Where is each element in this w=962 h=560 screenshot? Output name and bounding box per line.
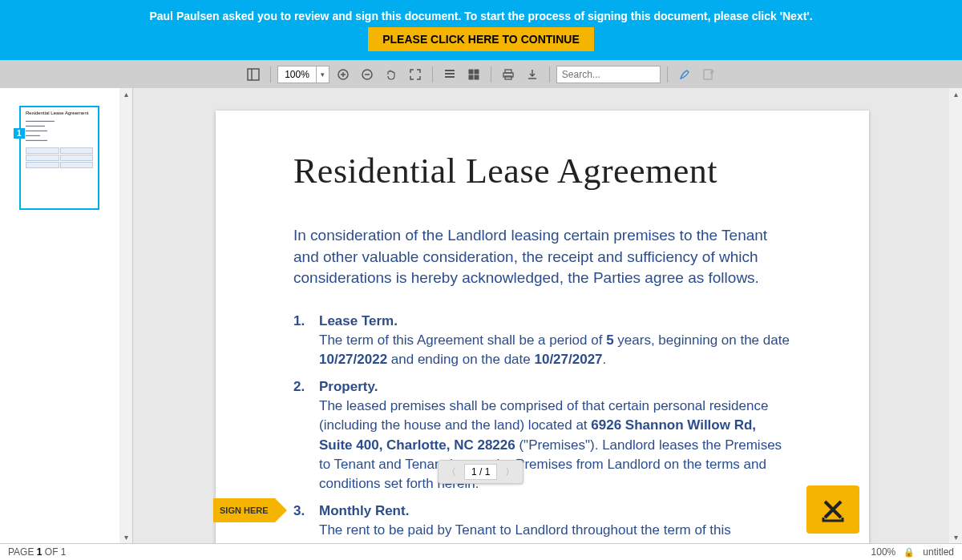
thumbnail-pane: Residential Lease Agreement ━━━━━━━━━━━━… <box>0 88 133 543</box>
status-right: 100% 🔒 untitled <box>871 546 954 558</box>
thumbnail-page-number: 1 <box>14 128 25 139</box>
clause-monthly-rent: Monthly Rent. The rent to be paid by Ten… <box>293 502 791 543</box>
svg-rect-0 <box>248 69 259 80</box>
sign-pen-icon[interactable] <box>674 64 695 85</box>
fit-width-icon[interactable] <box>439 64 460 85</box>
thumbnail-preview: Residential Lease Agreement ━━━━━━━━━━━━… <box>21 107 98 171</box>
page-navigator: 〈 1 / 1 〉 <box>438 460 523 484</box>
prev-page-button[interactable]: 〈 <box>443 464 459 480</box>
page-status: PAGE 1 OF 1 <box>8 546 67 558</box>
clause-body: The leased premises shall be comprised o… <box>319 398 782 491</box>
clause-property: Property. The leased premises shall be c… <box>293 377 791 494</box>
separator <box>432 66 433 83</box>
sign-here-tag[interactable]: SIGN HERE <box>213 498 275 522</box>
svg-rect-13 <box>475 75 479 79</box>
toggle-sidebar-icon[interactable] <box>243 64 264 85</box>
chevron-down-icon[interactable]: ▾ <box>316 66 329 83</box>
scroll-down-icon[interactable]: ▾ <box>123 531 130 543</box>
thumbnail-scrollbar[interactable]: ▴ ▾ <box>119 88 132 543</box>
zoom-out-icon[interactable] <box>357 64 378 85</box>
next-page-button[interactable]: 〉 <box>502 464 518 480</box>
review-sign-banner: Paul Paulsen asked you to review and sig… <box>0 0 962 60</box>
separator <box>491 66 491 83</box>
clause-lease-term: Lease Term. The term of this Agreement s… <box>293 312 791 369</box>
status-zoom: 100% <box>871 546 896 558</box>
grid-view-icon[interactable] <box>463 64 484 85</box>
clause-body: The rent to be paid by Tenant to Landlor… <box>319 522 752 543</box>
svg-rect-11 <box>475 70 479 74</box>
zoom-select[interactable]: 100% ▾ <box>277 66 329 83</box>
svg-rect-10 <box>469 70 473 74</box>
edit-note-icon[interactable] <box>698 64 719 85</box>
scroll-down-icon[interactable]: ▾ <box>952 531 960 543</box>
download-icon[interactable] <box>522 64 543 85</box>
print-icon[interactable] <box>498 64 519 85</box>
zoom-value: 100% <box>278 69 316 80</box>
document-scrollbar[interactable]: ▴ ▾ <box>949 88 962 543</box>
status-bar: PAGE 1 OF 1 100% 🔒 untitled <box>0 543 962 560</box>
separator <box>270 66 271 83</box>
scroll-up-icon[interactable]: ▴ <box>123 88 130 100</box>
scroll-up-icon[interactable]: ▴ <box>952 88 960 100</box>
continue-button[interactable]: PLEASE CLICK HERE TO CONTINUE <box>368 27 594 51</box>
viewer-toolbar: 100% ▾ <box>0 60 962 88</box>
sign-drop-box[interactable] <box>806 485 859 534</box>
clause-heading: Property. <box>319 377 791 397</box>
clause-body: The term of this Agreement shall be a pe… <box>319 332 790 367</box>
clause-heading: Monthly Rent. <box>319 502 791 521</box>
clauses-list: Lease Term. The term of this Agreement s… <box>293 312 791 543</box>
document-pane: Residential Lease Agreement In considera… <box>133 88 962 543</box>
document-page: Residential Lease Agreement In considera… <box>216 111 869 543</box>
page-thumbnail[interactable]: Residential Lease Agreement ━━━━━━━━━━━━… <box>19 106 99 210</box>
svg-rect-16 <box>505 76 511 79</box>
svg-rect-12 <box>469 75 473 79</box>
workspace: Residential Lease Agreement ━━━━━━━━━━━━… <box>0 88 962 543</box>
svg-rect-17 <box>704 70 712 79</box>
zoom-in-icon[interactable] <box>333 64 354 85</box>
lock-icon: 🔒 <box>903 547 915 558</box>
clause-heading: Lease Term. <box>319 312 791 331</box>
document-name: untitled <box>923 546 954 558</box>
document-title: Residential Lease Agreement <box>293 151 791 191</box>
document-intro: In consideration of the Landlord leasing… <box>293 225 791 289</box>
banner-message: Paul Paulsen asked you to review and sig… <box>149 10 812 22</box>
fullscreen-icon[interactable] <box>405 64 426 85</box>
separator <box>667 66 668 83</box>
search-input[interactable] <box>556 66 661 83</box>
separator <box>549 66 550 83</box>
pan-hand-icon[interactable] <box>381 64 402 85</box>
page-indicator[interactable]: 1 / 1 <box>464 464 497 480</box>
